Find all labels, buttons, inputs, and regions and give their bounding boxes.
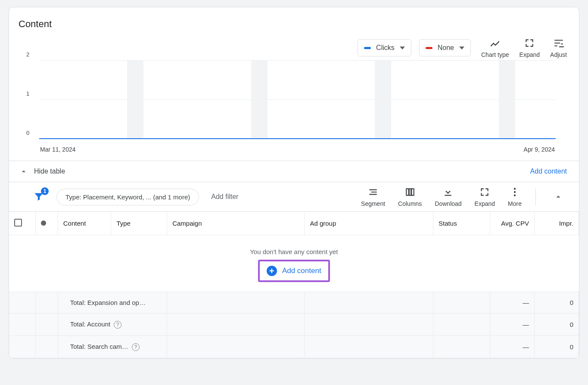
hide-table-label: Hide table	[34, 168, 65, 175]
summary-avg-cpv: —	[490, 336, 534, 358]
fullscreen-icon	[479, 186, 490, 198]
summary-impr: 0	[534, 336, 579, 358]
table-summary-row: Total: Search cam…?—0	[9, 336, 579, 358]
more-vert-icon	[509, 186, 520, 198]
summary-impr: 0	[534, 314, 579, 336]
summary-avg-cpv: —	[490, 292, 534, 314]
columns-label: Columns	[398, 200, 422, 207]
columns-icon	[404, 186, 416, 198]
download-icon	[442, 186, 454, 198]
table-header-type[interactable]: Type	[111, 212, 167, 235]
chart-type-button[interactable]: Chart type	[481, 37, 509, 58]
metric-primary-label: Clicks	[376, 44, 395, 52]
filter-button[interactable]: 1	[33, 191, 44, 203]
chart-y-tick-label: 2	[26, 51, 29, 58]
chart-x-end-label: Apr 9, 2024	[524, 146, 555, 153]
chart-weekend-band	[499, 61, 515, 139]
summary-impr: 0	[534, 292, 579, 314]
chart-type-label: Chart type	[481, 51, 509, 58]
chart-x-start-label: Mar 11, 2024	[40, 146, 76, 153]
table-header-impr[interactable]: Impr.	[534, 212, 579, 235]
more-label: More	[508, 200, 522, 207]
chart-gridline	[39, 99, 556, 100]
empty-state-message: You don't have any content yet	[9, 248, 579, 255]
checkbox-icon	[14, 219, 22, 227]
svg-point-1	[514, 191, 516, 193]
caret-down-icon	[400, 47, 405, 50]
table-expand-button[interactable]: Expand	[475, 186, 495, 207]
columns-button[interactable]: Columns	[398, 186, 422, 207]
download-button[interactable]: Download	[435, 186, 461, 207]
metric-select-secondary[interactable]: None	[419, 39, 471, 56]
plus-circle-icon: +	[267, 266, 277, 276]
chart-expand-label: Expand	[520, 51, 540, 58]
table-empty-row: You don't have any content yet + Add con…	[9, 235, 579, 292]
segment-label: Segment	[361, 200, 385, 207]
add-content-link[interactable]: Add content	[530, 168, 567, 175]
table-expand-label: Expand	[475, 200, 495, 207]
summary-row-label: Total: Search cam…?	[58, 336, 167, 358]
hide-table-button[interactable]: Hide table	[19, 167, 65, 176]
summary-row-label: Total: Account?	[58, 314, 167, 336]
add-content-primary-button[interactable]: + Add content	[258, 260, 330, 282]
table-header-status-dot	[36, 212, 58, 235]
summary-avg-cpv: —	[490, 314, 534, 336]
chart-adjust-label: Adjust	[550, 51, 567, 58]
download-label: Download	[435, 200, 461, 207]
segment-icon	[367, 186, 379, 198]
chart-weekend-band	[251, 61, 268, 139]
table-header-content[interactable]: Content	[58, 212, 111, 235]
metric-swatch-secondary	[426, 47, 432, 49]
table-header-checkbox[interactable]	[9, 212, 36, 235]
caret-down-icon	[459, 47, 464, 50]
table-header-status[interactable]: Status	[433, 212, 490, 235]
add-filter-button[interactable]: Add filter	[211, 193, 238, 201]
chevron-up-icon	[19, 167, 28, 176]
collapse-toolbar-button[interactable]	[550, 188, 567, 205]
table-header-avg-cpv[interactable]: Avg. CPV	[490, 212, 534, 235]
svg-point-2	[514, 194, 516, 196]
chart-area[interactable]: 012	[39, 61, 556, 143]
chart-weekend-band	[127, 61, 143, 139]
table-toolbar: 1 Type: Placement, Keyword, ... (and 1 m…	[9, 182, 579, 212]
content-table: Content Type Campaign Ad group Status Av…	[9, 212, 579, 358]
help-icon[interactable]: ?	[114, 321, 121, 329]
table-header-row: Hide table Add content	[9, 161, 579, 182]
chart-y-tick-label: 0	[26, 130, 29, 136]
more-button[interactable]: More	[508, 186, 522, 207]
table-summary-row: Total: Expansion and op…—0	[9, 292, 579, 314]
metric-swatch-primary	[364, 47, 371, 49]
chart-toolbar: Clicks None Chart type Expand Adjust	[9, 34, 579, 58]
toolbar-separator	[535, 188, 536, 205]
table-header-adgroup[interactable]: Ad group	[305, 212, 433, 235]
tune-icon	[553, 37, 564, 49]
help-icon[interactable]: ?	[132, 343, 140, 351]
metric-select-primary[interactable]: Clicks	[358, 39, 411, 56]
fullscreen-icon	[524, 37, 535, 49]
chart-adjust-button[interactable]: Adjust	[550, 37, 567, 58]
chart-panel: 012 Mar 11, 2024 Apr 9, 2024	[9, 58, 579, 161]
table-header-campaign[interactable]: Campaign	[167, 212, 305, 235]
metric-secondary-label: None	[438, 44, 454, 52]
table-header-row: Content Type Campaign Ad group Status Av…	[9, 212, 579, 235]
segment-button[interactable]: Segment	[361, 186, 385, 207]
table-summary-row: Total: Account?—0	[9, 314, 579, 336]
summary-row-label: Total: Expansion and op…	[58, 292, 167, 314]
page-title: Content	[9, 7, 579, 34]
chart-y-tick-label: 1	[26, 90, 29, 97]
filter-chip[interactable]: Type: Placement, Keyword, ... (and 1 mor…	[56, 189, 199, 205]
chart-expand-button[interactable]: Expand	[520, 37, 540, 58]
chart-weekend-band	[375, 61, 391, 139]
chevron-up-icon	[554, 192, 563, 202]
chart-series-line	[39, 138, 556, 139]
chart-line-icon	[489, 37, 501, 49]
add-content-button-label: Add content	[282, 267, 321, 275]
chart-gridline	[39, 60, 556, 61]
status-dot-icon	[41, 220, 46, 226]
filter-count-badge: 1	[41, 187, 49, 195]
svg-point-0	[514, 188, 516, 189]
